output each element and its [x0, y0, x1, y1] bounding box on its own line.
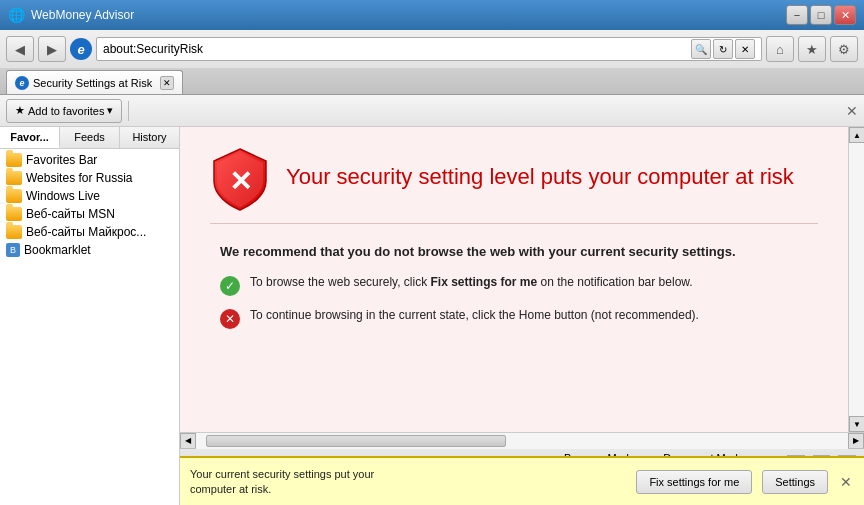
list-item[interactable]: Windows Live	[2, 187, 177, 205]
content-inner: ✕ Your security setting level puts your …	[180, 127, 848, 432]
security-body: We recommend that you do not browse the …	[210, 244, 818, 329]
fix-settings-link[interactable]: Fix settings for me	[431, 275, 538, 289]
address-bar: 🔍 ↻ ✕	[96, 37, 762, 61]
folder-icon	[6, 207, 22, 221]
title-bar: 🌐 WebMoney Advisor − □ ✕	[0, 0, 864, 30]
toolbar-close-button[interactable]: ✕	[846, 103, 858, 119]
sidebar-tab-favorites[interactable]: Favor...	[0, 127, 60, 148]
app-title: WebMoney Advisor	[31, 8, 134, 22]
shield-icon: ✕	[210, 147, 270, 207]
title-bar-controls: − □ ✕	[786, 5, 856, 25]
app-icon: 🌐	[8, 7, 25, 23]
list-item[interactable]: B Bookmarklet	[2, 241, 177, 259]
item-label: Веб-сайты MSN	[26, 207, 115, 221]
security-header: ✕ Your security setting level puts your …	[210, 147, 818, 224]
tab-security-risk[interactable]: e Security Settings at Risk ✕	[6, 70, 183, 94]
sidebar-tab-feeds[interactable]: Feeds	[60, 127, 120, 148]
fix-settings-button[interactable]: Fix settings for me	[636, 470, 752, 494]
h-scroll-track[interactable]	[196, 433, 848, 449]
list-item[interactable]: Веб-сайты Майкрос...	[2, 223, 177, 241]
minimize-button[interactable]: −	[786, 5, 808, 25]
security-item-1: ✓ To browse the web securely, click Fix …	[220, 275, 808, 296]
notification-text: Your current security settings put your …	[190, 467, 626, 498]
toolbar-separator	[128, 101, 129, 121]
favorites-button[interactable]: ★	[798, 36, 826, 62]
list-item[interactable]: Websites for Russia	[2, 169, 177, 187]
nav-bar: ◀ ▶ e 🔍 ↻ ✕ ⌂ ★ ⚙	[0, 30, 864, 68]
settings-button[interactable]: Settings	[762, 470, 828, 494]
add-favorites-button[interactable]: ★ Add to favorites ▾	[6, 99, 122, 123]
scroll-right-button[interactable]: ▶	[848, 433, 864, 449]
horizontal-scrollbar: ◀ ▶	[180, 432, 864, 448]
bookmark-icon: B	[6, 243, 20, 257]
forward-button[interactable]: ▶	[38, 36, 66, 62]
folder-icon	[6, 189, 22, 203]
content-area: ✕ Your security setting level puts your …	[180, 127, 848, 432]
security-warning: We recommend that you do not browse the …	[220, 244, 808, 259]
security-item-1-text: To browse the web securely, click Fix se…	[250, 275, 693, 289]
folder-icon	[6, 171, 22, 185]
dropdown-icon: ▾	[107, 104, 113, 117]
title-bar-left: 🌐 WebMoney Advisor	[8, 7, 134, 23]
tab-bar: e Security Settings at Risk ✕	[0, 68, 864, 94]
star-icon: ★	[15, 104, 25, 117]
ie-logo: e	[70, 38, 92, 60]
security-item-2: ✕ To continue browsing in the current st…	[220, 308, 808, 329]
item-label: Favorites Bar	[26, 153, 97, 167]
folder-icon	[6, 225, 22, 239]
main-layout: Favor... Feeds History Favorites Bar Web…	[0, 127, 864, 505]
sidebar-items: Favorites Bar Websites for Russia Window…	[0, 149, 179, 505]
tab-close-button[interactable]: ✕	[160, 76, 174, 90]
content-scroll-area: ✕ Your security setting level puts your …	[180, 127, 864, 432]
item-label: Websites for Russia	[26, 171, 132, 185]
content-wrapper: ✕ Your security setting level puts your …	[180, 127, 864, 505]
sidebar: Favor... Feeds History Favorites Bar Web…	[0, 127, 180, 505]
sidebar-tabs: Favor... Feeds History	[0, 127, 179, 149]
address-input[interactable]	[103, 42, 687, 56]
home-button[interactable]: ⌂	[766, 36, 794, 62]
scroll-left-button[interactable]: ◀	[180, 433, 196, 449]
browser-chrome: ◀ ▶ e 🔍 ↻ ✕ ⌂ ★ ⚙ e Security Settings at…	[0, 30, 864, 95]
back-button[interactable]: ◀	[6, 36, 34, 62]
tools-button[interactable]: ⚙	[830, 36, 858, 62]
address-buttons: 🔍 ↻ ✕	[691, 39, 755, 59]
item-label: Веб-сайты Майкрос...	[26, 225, 146, 239]
security-title: Your security setting level puts your co…	[286, 164, 794, 190]
search-btn[interactable]: 🔍	[691, 39, 711, 59]
tab-icon: e	[15, 76, 29, 90]
favorites-toolbar: ★ Add to favorites ▾ ✕	[0, 95, 864, 127]
scroll-down-button[interactable]: ▼	[849, 416, 864, 432]
h-scroll-thumb[interactable]	[206, 435, 506, 447]
close-button[interactable]: ✕	[834, 5, 856, 25]
notification-close-button[interactable]: ✕	[838, 474, 854, 490]
notification-bar: Your current security settings put your …	[180, 456, 864, 505]
add-favorites-label: Add to favorites	[28, 105, 104, 117]
x-icon: ✕	[220, 309, 240, 329]
svg-text:✕: ✕	[229, 166, 252, 197]
list-item[interactable]: Favorites Bar	[2, 151, 177, 169]
item-label: Bookmarklet	[24, 243, 91, 257]
list-item[interactable]: Веб-сайты MSN	[2, 205, 177, 223]
refresh-btn[interactable]: ↻	[713, 39, 733, 59]
sidebar-tab-history[interactable]: History	[120, 127, 179, 148]
scroll-up-button[interactable]: ▲	[849, 127, 864, 143]
scroll-track[interactable]	[849, 143, 864, 416]
folder-icon	[6, 153, 22, 167]
maximize-button[interactable]: □	[810, 5, 832, 25]
stop-btn[interactable]: ✕	[735, 39, 755, 59]
item-label: Windows Live	[26, 189, 100, 203]
check-icon: ✓	[220, 276, 240, 296]
tab-label: Security Settings at Risk	[33, 77, 152, 89]
security-item-2-text: To continue browsing in the current stat…	[250, 308, 699, 322]
vertical-scrollbar: ▲ ▼	[848, 127, 864, 432]
